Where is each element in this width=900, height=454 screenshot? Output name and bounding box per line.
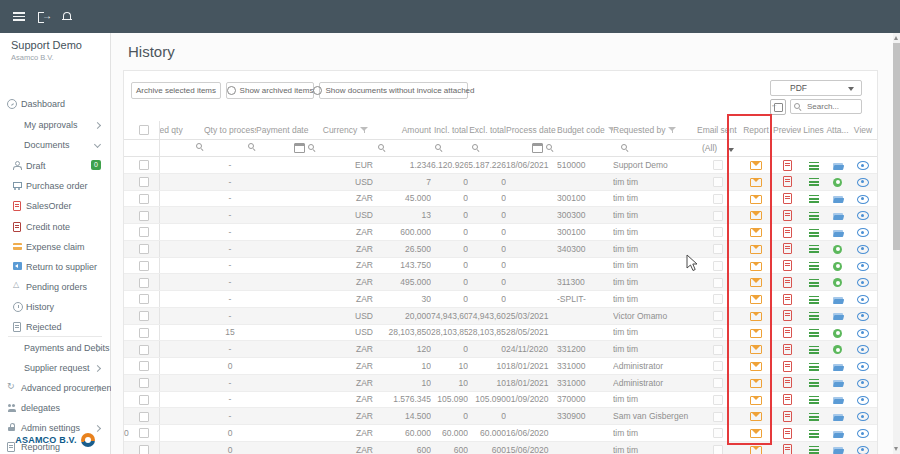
cell-report[interactable] [739,425,773,442]
cell-attachments[interactable] [826,307,849,324]
menu-icon[interactable] [13,12,25,21]
email-sent-checkbox[interactable] [713,160,723,170]
header-attachments[interactable]: Atta... [826,121,849,140]
row-checkbox[interactable] [139,177,149,187]
email-sent-checkbox[interactable] [713,328,723,338]
row-checkbox[interactable] [139,328,149,338]
cell-preview[interactable] [773,391,801,408]
row-checkbox[interactable] [139,294,149,304]
cell-view[interactable] [849,307,877,324]
lines-list-icon[interactable] [809,162,819,170]
lines-list-icon[interactable] [809,262,819,270]
filter-process-date[interactable] [506,140,557,157]
report-envelope-icon[interactable] [750,178,762,187]
filter-requested-by[interactable] [613,140,697,157]
sidebar-item-purchase-order[interactable]: Purchase order [0,180,110,194]
view-eye-icon[interactable] [857,262,869,271]
logout-icon[interactable] [38,12,51,22]
header-amount[interactable]: Amount [373,121,431,140]
cell-preview[interactable] [773,190,801,207]
attachment-icon[interactable] [833,195,843,203]
notifications-icon[interactable] [62,12,72,22]
cell-view[interactable] [849,207,877,224]
attachment-icon[interactable] [833,245,842,254]
view-eye-icon[interactable] [857,245,869,254]
sidebar-item-advanced-procurement[interactable]: Advanced procurement [0,382,110,396]
header-incl-total[interactable]: Incl. total [431,121,468,140]
export-format-select[interactable]: PDF [770,80,862,96]
attachment-icon[interactable] [833,446,843,454]
scrollbar-thumb[interactable] [893,43,900,250]
cell-lines[interactable] [801,408,826,425]
report-envelope-icon[interactable] [750,278,762,287]
cell-attachments[interactable] [826,190,849,207]
pdf-preview-icon[interactable] [783,176,792,187]
show-without-invoice-button[interactable]: Show documents without invoice attached [319,82,468,99]
lines-list-icon[interactable] [809,296,819,304]
pdf-preview-icon[interactable] [783,327,792,338]
pdf-preview-icon[interactable] [783,377,792,388]
lines-list-icon[interactable] [809,329,819,337]
cell-preview[interactable] [773,425,801,442]
cell-report[interactable] [739,224,773,241]
sidebar-item-pending-orders[interactable]: Pending orders [0,281,110,295]
cell-view[interactable] [849,358,877,375]
cell-lines[interactable] [801,358,826,375]
report-envelope-icon[interactable] [750,446,762,454]
cell-preview[interactable] [773,173,801,190]
cell-attachments[interactable] [826,240,849,257]
pdf-preview-icon[interactable] [783,243,792,254]
view-eye-icon[interactable] [857,446,869,454]
report-envelope-icon[interactable] [750,329,762,338]
cell-preview[interactable] [773,307,801,324]
report-envelope-icon[interactable] [750,362,762,371]
lines-list-icon[interactable] [809,245,819,253]
cell-report[interactable] [739,408,773,425]
filter-qty-to-process[interactable] [204,140,256,157]
cell-report[interactable] [739,441,773,454]
sidebar-item-rejected[interactable]: Rejected [0,321,110,335]
view-eye-icon[interactable] [857,312,869,321]
cell-attachments[interactable] [826,224,849,241]
sidebar-item-payments-and-debits[interactable]: Payments and Debits [0,342,110,356]
cell-lines[interactable] [801,240,826,257]
cell-lines[interactable] [801,441,826,454]
report-envelope-icon[interactable] [750,245,762,254]
cell-preview[interactable] [773,207,801,224]
cell-view[interactable] [849,157,877,174]
cell-attachments[interactable] [826,441,849,454]
scroll-up-arrow[interactable] [894,36,898,40]
cell-report[interactable] [739,274,773,291]
cell-lines[interactable] [801,274,826,291]
cell-attachments[interactable] [826,391,849,408]
lines-list-icon[interactable] [809,446,819,454]
lines-list-icon[interactable] [809,430,819,438]
sidebar-item-delegates[interactable]: delegates [0,402,110,416]
row-checkbox[interactable] [139,261,149,271]
pdf-preview-icon[interactable] [783,310,792,321]
sidebar-item-dashboard[interactable]: Dashboard [0,98,110,112]
filter-excl-total[interactable] [468,140,506,157]
attachment-icon[interactable] [833,278,842,287]
row-checkbox[interactable] [139,194,149,204]
calendar-icon[interactable] [532,143,543,153]
cell-attachments[interactable] [826,257,849,274]
cell-report[interactable] [739,358,773,375]
attachment-icon[interactable] [833,345,842,354]
email-sent-checkbox[interactable] [713,361,723,371]
sidebar-item-documents[interactable]: Documents [0,139,110,153]
attachment-icon[interactable] [833,413,843,421]
filter-payment-date[interactable] [256,140,318,157]
lines-list-icon[interactable] [809,363,819,371]
row-checkbox[interactable] [139,278,149,288]
cell-view[interactable] [849,324,877,341]
row-checkbox[interactable] [139,378,149,388]
select-all-checkbox[interactable] [139,125,149,135]
attachment-icon[interactable] [833,379,843,387]
attachment-icon[interactable] [833,229,843,237]
email-sent-checkbox[interactable] [713,412,723,422]
cell-lines[interactable] [801,425,826,442]
cell-preview[interactable] [773,341,801,358]
cell-view[interactable] [849,173,877,190]
attachment-icon[interactable] [833,329,842,338]
